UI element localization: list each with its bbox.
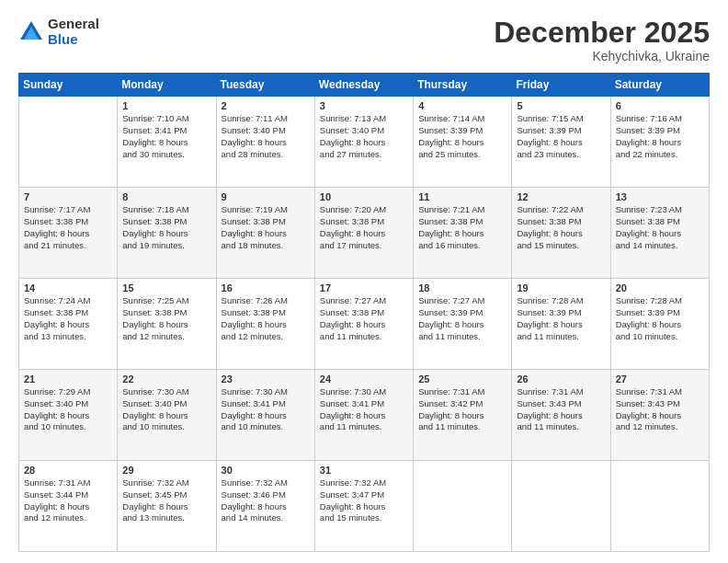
day-number: 18	[418, 282, 506, 293]
calendar-cell: 21Sunrise: 7:29 AMSunset: 3:40 PMDayligh…	[19, 370, 118, 461]
day-number: 23	[222, 373, 310, 385]
cell-content: Sunrise: 7:11 AMSunset: 3:40 PMDaylight:…	[222, 113, 310, 160]
calendar-cell: 25Sunrise: 7:31 AMSunset: 3:42 PMDayligh…	[414, 370, 512, 461]
day-number: 1	[122, 100, 210, 111]
logo-text: General Blue	[48, 17, 99, 47]
calendar-cell: 2Sunrise: 7:11 AMSunset: 3:40 PMDaylight…	[216, 97, 314, 188]
weekday-header-thursday: Thursday	[414, 74, 512, 97]
day-number: 5	[517, 100, 605, 111]
calendar-cell: 30Sunrise: 7:32 AMSunset: 3:46 PMDayligh…	[216, 461, 314, 552]
month-title: December 2025	[494, 17, 710, 49]
day-number: 25	[418, 373, 506, 385]
week-row-4: 21Sunrise: 7:29 AMSunset: 3:40 PMDayligh…	[19, 370, 710, 461]
logo-general: General	[48, 17, 99, 32]
weekday-header-tuesday: Tuesday	[216, 74, 314, 97]
day-number: 4	[418, 100, 506, 111]
day-number: 11	[418, 191, 506, 202]
calendar-cell: 14Sunrise: 7:24 AMSunset: 3:38 PMDayligh…	[19, 279, 118, 370]
cell-content: Sunrise: 7:32 AMSunset: 3:47 PMDaylight:…	[320, 477, 408, 524]
day-number: 22	[122, 373, 210, 385]
cell-content: Sunrise: 7:20 AMSunset: 3:38 PMDaylight:…	[320, 204, 408, 251]
cell-content: Sunrise: 7:30 AMSunset: 3:40 PMDaylight:…	[122, 386, 210, 433]
cell-content: Sunrise: 7:24 AMSunset: 3:38 PMDaylight:…	[24, 295, 112, 342]
calendar-cell: 7Sunrise: 7:17 AMSunset: 3:38 PMDaylight…	[19, 188, 118, 279]
cell-content: Sunrise: 7:32 AMSunset: 3:46 PMDaylight:…	[222, 477, 310, 524]
calendar-cell: 3Sunrise: 7:13 AMSunset: 3:40 PMDaylight…	[314, 97, 413, 188]
weekday-header-sunday: Sunday	[19, 74, 118, 97]
weekday-header-friday: Friday	[512, 74, 610, 97]
weekday-header-monday: Monday	[118, 74, 216, 97]
week-row-3: 14Sunrise: 7:24 AMSunset: 3:38 PMDayligh…	[19, 279, 710, 370]
day-number: 21	[24, 373, 112, 385]
cell-content: Sunrise: 7:23 AMSunset: 3:38 PMDaylight:…	[616, 204, 704, 251]
day-number: 3	[320, 100, 408, 111]
calendar-cell: 19Sunrise: 7:28 AMSunset: 3:39 PMDayligh…	[512, 279, 610, 370]
cell-content: Sunrise: 7:28 AMSunset: 3:39 PMDaylight:…	[517, 295, 605, 342]
logo-blue: Blue	[48, 32, 99, 48]
calendar-cell	[414, 461, 512, 552]
calendar-cell: 23Sunrise: 7:30 AMSunset: 3:41 PMDayligh…	[216, 370, 314, 461]
cell-content: Sunrise: 7:18 AMSunset: 3:38 PMDaylight:…	[122, 204, 210, 251]
calendar-cell: 26Sunrise: 7:31 AMSunset: 3:43 PMDayligh…	[512, 370, 610, 461]
cell-content: Sunrise: 7:31 AMSunset: 3:43 PMDaylight:…	[517, 386, 605, 433]
calendar-cell: 12Sunrise: 7:22 AMSunset: 3:38 PMDayligh…	[512, 188, 610, 279]
cell-content: Sunrise: 7:31 AMSunset: 3:42 PMDaylight:…	[418, 386, 506, 433]
cell-content: Sunrise: 7:13 AMSunset: 3:40 PMDaylight:…	[320, 113, 408, 160]
cell-content: Sunrise: 7:21 AMSunset: 3:38 PMDaylight:…	[418, 204, 506, 251]
day-number: 17	[320, 282, 408, 293]
cell-content: Sunrise: 7:19 AMSunset: 3:38 PMDaylight:…	[222, 204, 310, 251]
week-row-1: 1Sunrise: 7:10 AMSunset: 3:41 PMDaylight…	[19, 97, 710, 188]
week-row-2: 7Sunrise: 7:17 AMSunset: 3:38 PMDaylight…	[19, 188, 710, 279]
cell-content: Sunrise: 7:31 AMSunset: 3:43 PMDaylight:…	[616, 386, 704, 433]
cell-content: Sunrise: 7:28 AMSunset: 3:39 PMDaylight:…	[616, 295, 704, 342]
calendar-cell: 31Sunrise: 7:32 AMSunset: 3:47 PMDayligh…	[314, 461, 413, 552]
calendar-cell	[19, 97, 118, 188]
calendar-cell: 8Sunrise: 7:18 AMSunset: 3:38 PMDaylight…	[118, 188, 216, 279]
page: General Blue December 2025 Kehychivka, U…	[0, 0, 728, 563]
week-row-5: 28Sunrise: 7:31 AMSunset: 3:44 PMDayligh…	[19, 461, 710, 552]
cell-content: Sunrise: 7:27 AMSunset: 3:39 PMDaylight:…	[418, 295, 506, 342]
cell-content: Sunrise: 7:26 AMSunset: 3:38 PMDaylight:…	[222, 295, 310, 342]
day-number: 16	[222, 282, 310, 293]
calendar-cell: 1Sunrise: 7:10 AMSunset: 3:41 PMDaylight…	[118, 97, 216, 188]
cell-content: Sunrise: 7:29 AMSunset: 3:40 PMDaylight:…	[24, 386, 112, 433]
day-number: 19	[517, 282, 605, 293]
cell-content: Sunrise: 7:31 AMSunset: 3:44 PMDaylight:…	[24, 477, 112, 524]
day-number: 24	[320, 373, 408, 385]
calendar-cell: 24Sunrise: 7:30 AMSunset: 3:41 PMDayligh…	[314, 370, 413, 461]
calendar-cell: 16Sunrise: 7:26 AMSunset: 3:38 PMDayligh…	[216, 279, 314, 370]
weekday-header-row: SundayMondayTuesdayWednesdayThursdayFrid…	[19, 74, 710, 97]
calendar-cell: 11Sunrise: 7:21 AMSunset: 3:38 PMDayligh…	[414, 188, 512, 279]
day-number: 30	[222, 465, 310, 476]
weekday-header-saturday: Saturday	[610, 74, 709, 97]
calendar-cell: 17Sunrise: 7:27 AMSunset: 3:38 PMDayligh…	[314, 279, 413, 370]
calendar-cell: 18Sunrise: 7:27 AMSunset: 3:39 PMDayligh…	[414, 279, 512, 370]
calendar-cell: 4Sunrise: 7:14 AMSunset: 3:39 PMDaylight…	[414, 97, 512, 188]
day-number: 26	[517, 373, 605, 385]
calendar-cell: 13Sunrise: 7:23 AMSunset: 3:38 PMDayligh…	[610, 188, 709, 279]
day-number: 12	[517, 191, 605, 202]
cell-content: Sunrise: 7:22 AMSunset: 3:38 PMDaylight:…	[517, 204, 605, 251]
day-number: 10	[320, 191, 408, 202]
day-number: 8	[122, 191, 210, 202]
calendar-cell: 15Sunrise: 7:25 AMSunset: 3:38 PMDayligh…	[118, 279, 216, 370]
calendar-cell: 28Sunrise: 7:31 AMSunset: 3:44 PMDayligh…	[19, 461, 118, 552]
day-number: 14	[24, 282, 112, 293]
day-number: 27	[616, 373, 704, 385]
logo-icon	[18, 19, 44, 45]
cell-content: Sunrise: 7:15 AMSunset: 3:39 PMDaylight:…	[517, 113, 605, 160]
cell-content: Sunrise: 7:32 AMSunset: 3:45 PMDaylight:…	[122, 477, 210, 524]
day-number: 9	[222, 191, 310, 202]
cell-content: Sunrise: 7:17 AMSunset: 3:38 PMDaylight:…	[24, 204, 112, 251]
day-number: 13	[616, 191, 704, 202]
calendar-cell	[512, 461, 610, 552]
cell-content: Sunrise: 7:10 AMSunset: 3:41 PMDaylight:…	[122, 113, 210, 160]
cell-content: Sunrise: 7:30 AMSunset: 3:41 PMDaylight:…	[222, 386, 310, 433]
calendar-cell: 9Sunrise: 7:19 AMSunset: 3:38 PMDaylight…	[216, 188, 314, 279]
logo: General Blue	[18, 17, 99, 47]
calendar-table: SundayMondayTuesdayWednesdayThursdayFrid…	[18, 73, 710, 552]
calendar-cell: 5Sunrise: 7:15 AMSunset: 3:39 PMDaylight…	[512, 97, 610, 188]
location: Kehychivka, Ukraine	[494, 49, 710, 63]
calendar-cell: 27Sunrise: 7:31 AMSunset: 3:43 PMDayligh…	[610, 370, 709, 461]
title-block: December 2025 Kehychivka, Ukraine	[494, 17, 710, 63]
